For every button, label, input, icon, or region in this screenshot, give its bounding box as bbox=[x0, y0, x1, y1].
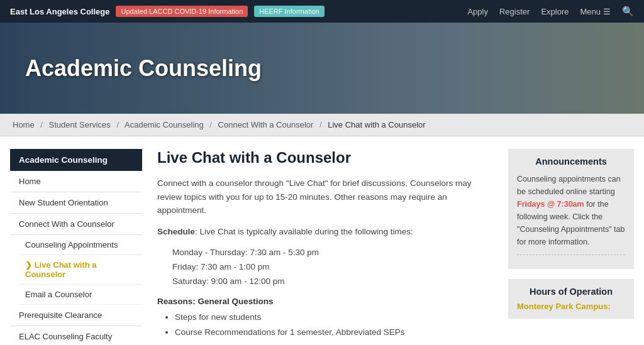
right-sidebar: Announcements Counseling appointments ca… bbox=[508, 149, 634, 345]
sidebar-connect-link[interactable]: Connect With a Counselor bbox=[10, 214, 142, 234]
announcements-divider bbox=[517, 255, 625, 255]
covid-badge[interactable]: Updated LACCD COVID-19 Information bbox=[116, 6, 248, 17]
list-item: Steps for new students bbox=[175, 310, 496, 325]
breadcrumb-sep-2: / bbox=[116, 120, 119, 129]
sidebar-appointments-link[interactable]: Counseling Appointments bbox=[19, 235, 142, 255]
top-navigation: East Los Angeles College Updated LACCD C… bbox=[0, 0, 644, 23]
announcements-text: Counseling appointments can be scheduled… bbox=[517, 173, 625, 248]
reasons-list: Steps for new students Course Recommenda… bbox=[157, 310, 496, 345]
search-icon[interactable]: 🔍 bbox=[622, 6, 634, 17]
schedule-sat: Saturday: 9:00 am - 12:00 pm bbox=[172, 275, 496, 289]
sidebar-home-link[interactable]: Home bbox=[10, 171, 142, 192]
sidebar-sub-email[interactable]: Email a Counselor bbox=[19, 285, 142, 305]
breadcrumb-home[interactable]: Home bbox=[13, 120, 35, 129]
breadcrumb-academic-counseling[interactable]: Academic Counseling bbox=[125, 120, 204, 129]
page-title: Live Chat with a Counselor bbox=[157, 149, 496, 167]
main-content: Live Chat with a Counselor Connect with … bbox=[157, 149, 508, 345]
list-item: Update Home College, Major or Ed Goal bbox=[175, 341, 496, 345]
schedule-text: : Live Chat is typically available durin… bbox=[195, 227, 413, 236]
hamburger-icon: ☰ bbox=[603, 7, 611, 16]
announcements-title: Announcements bbox=[517, 156, 625, 167]
register-link[interactable]: Register bbox=[499, 7, 530, 16]
explore-link[interactable]: Explore bbox=[541, 7, 569, 16]
sidebar-prereq-link[interactable]: Prerequisite Clearance bbox=[10, 305, 142, 326]
sidebar-item-prereq[interactable]: Prerequisite Clearance bbox=[10, 305, 142, 326]
nav-right: Apply Register Explore Menu ☰ 🔍 bbox=[467, 6, 634, 17]
sidebar-item-faculty[interactable]: ELAC Counseling Faculty bbox=[10, 326, 142, 345]
heerf-badge[interactable]: HEERF Information bbox=[254, 6, 324, 17]
announcements-text1: Counseling appointments can be scheduled… bbox=[517, 175, 621, 196]
schedule-paragraph: Schedule: Live Chat is typically availab… bbox=[157, 225, 496, 239]
menu-label: Menu bbox=[580, 7, 601, 16]
sidebar-sub-menu: Counseling Appointments Live Chat with a… bbox=[10, 235, 142, 305]
announcements-box: Announcements Counseling appointments ca… bbox=[508, 149, 634, 269]
breadcrumb-student-services[interactable]: Student Services bbox=[49, 120, 111, 129]
nav-left: East Los Angeles College Updated LACCD C… bbox=[10, 6, 325, 17]
breadcrumb-sep-4: / bbox=[319, 120, 322, 129]
hero-banner: Academic Counseling bbox=[0, 23, 644, 114]
breadcrumb-current: Live Chat with a Counselor bbox=[328, 120, 425, 129]
sidebar-title: Academic Counseling bbox=[10, 149, 142, 171]
breadcrumb: Home / Student Services / Academic Couns… bbox=[0, 114, 644, 136]
sidebar-livechat-link[interactable]: Live Chat with a Counselor bbox=[19, 255, 142, 284]
schedule-times: Monday - Thursday: 7:30 am - 5:30 pm Fri… bbox=[172, 246, 496, 289]
college-name: East Los Angeles College bbox=[10, 7, 109, 16]
intro-text: Connect with a counselor through "Live C… bbox=[157, 177, 496, 217]
sidebar-orientation-link[interactable]: New Student Orientation bbox=[10, 192, 142, 213]
announcements-highlight: Fridays @ 7:30am bbox=[517, 200, 584, 209]
sidebar-sub-livechat[interactable]: Live Chat with a Counselor bbox=[19, 255, 142, 285]
hours-title: Hours of Operation bbox=[517, 287, 625, 297]
left-sidebar: Academic Counseling Home New Student Ori… bbox=[10, 149, 142, 345]
hero-title: Academic Counseling bbox=[0, 55, 262, 82]
main-layout: Academic Counseling Home New Student Ori… bbox=[0, 136, 644, 345]
apply-link[interactable]: Apply bbox=[467, 7, 488, 16]
sidebar-item-connect[interactable]: Connect With a Counselor bbox=[10, 214, 142, 235]
sidebar-item-orientation[interactable]: New Student Orientation bbox=[10, 192, 142, 214]
schedule-label: Schedule bbox=[157, 227, 195, 236]
campus-label: Monterey Park Campus: bbox=[517, 302, 625, 311]
breadcrumb-sep-1: / bbox=[40, 120, 43, 129]
sidebar-item-home[interactable]: Home bbox=[10, 171, 142, 192]
hours-box: Hours of Operation Monterey Park Campus: bbox=[508, 279, 634, 319]
schedule-mon-thu: Monday - Thursday: 7:30 am - 5:30 pm bbox=[172, 246, 496, 260]
schedule-fri: Friday: 7:30 am - 1:00 pm bbox=[172, 260, 496, 275]
sidebar-email-link[interactable]: Email a Counselor bbox=[19, 285, 142, 304]
sidebar-faculty-link[interactable]: ELAC Counseling Faculty bbox=[10, 326, 142, 345]
sidebar-sub-appointments[interactable]: Counseling Appointments bbox=[19, 235, 142, 255]
list-item: Course Recommendations for 1 semester, A… bbox=[175, 325, 496, 340]
breadcrumb-sep-3: / bbox=[209, 120, 212, 129]
breadcrumb-connect-counselor[interactable]: Connect With a Counselor bbox=[218, 120, 314, 129]
reasons-title: Reasons: bbox=[157, 297, 196, 306]
reasons-general: General Questions bbox=[196, 297, 274, 306]
menu-button[interactable]: Menu ☰ bbox=[580, 7, 611, 16]
reasons-label: Reasons: General Questions bbox=[157, 297, 496, 306]
